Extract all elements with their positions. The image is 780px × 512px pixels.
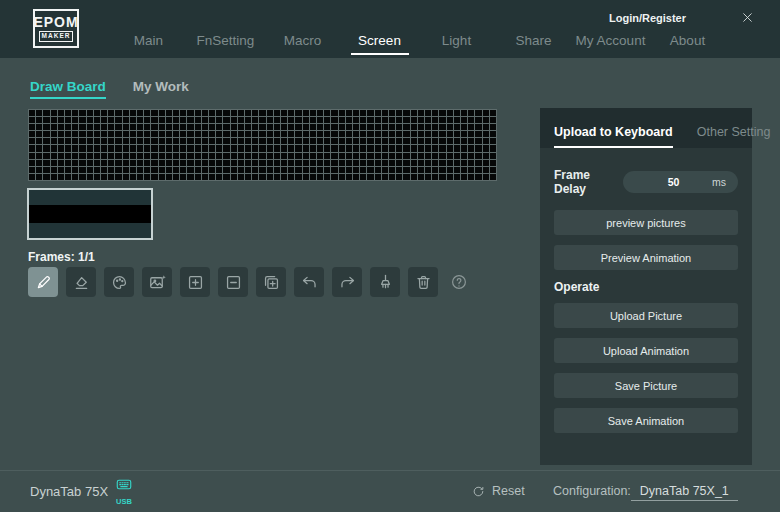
pixel-cell[interactable] [447,138,453,144]
pixel-cell[interactable] [252,174,258,180]
pixel-cell[interactable] [310,110,316,116]
pixel-cell[interactable] [281,160,287,166]
usb-connection-indicator[interactable]: USB [110,476,138,506]
pixel-cell[interactable] [310,131,316,137]
pixel-cell[interactable] [454,167,460,173]
pixel-cell[interactable] [396,110,402,116]
pixel-cell[interactable] [151,131,157,137]
pixel-cell[interactable] [382,153,388,159]
pixel-cell[interactable] [425,124,431,130]
pixel-cell[interactable] [418,174,424,180]
pixel-cell[interactable] [403,167,409,173]
pixel-cell[interactable] [123,145,129,151]
pixel-cell[interactable] [195,160,201,166]
pixel-cell[interactable] [252,145,258,151]
pixel-cell[interactable] [238,110,244,116]
pixel-cell[interactable] [295,174,301,180]
pixel-cell[interactable] [151,117,157,123]
pixel-cell[interactable] [252,117,258,123]
pixel-cell[interactable] [36,124,42,130]
nav-item-my-account[interactable]: My Account [572,33,649,55]
pixel-cell[interactable] [166,153,172,159]
pixel-cell[interactable] [151,167,157,173]
pixel-cell[interactable] [144,153,150,159]
pixel-cell[interactable] [432,153,438,159]
pixel-cell[interactable] [43,153,49,159]
pixel-cell[interactable] [483,124,489,130]
pixel-cell[interactable] [303,138,309,144]
pixel-cell[interactable] [375,153,381,159]
pixel-cell[interactable] [245,131,251,137]
pixel-cell[interactable] [195,167,201,173]
pixel-cell[interactable] [51,124,57,130]
pixel-cell[interactable] [432,167,438,173]
pixel-cell[interactable] [274,174,280,180]
pixel-cell[interactable] [58,153,64,159]
pixel-cell[interactable] [130,145,136,151]
pixel-cell[interactable] [475,167,481,173]
pixel-cell[interactable] [454,138,460,144]
pixel-cell[interactable] [144,138,150,144]
pixel-cell[interactable] [231,110,237,116]
pixel-cell[interactable] [36,174,42,180]
pixel-cell[interactable] [115,138,121,144]
pixel-cell[interactable] [94,138,100,144]
pixel-cell[interactable] [123,138,129,144]
pixel-cell[interactable] [108,174,114,180]
pixel-cell[interactable] [324,110,330,116]
pixel-cell[interactable] [389,167,395,173]
upload-animation-button[interactable]: Upload Animation [554,338,738,363]
pixel-cell[interactable] [29,174,35,180]
pixel-cell[interactable] [252,167,258,173]
pixel-cell[interactable] [195,131,201,137]
pixel-cell[interactable] [483,174,489,180]
pixel-cell[interactable] [36,145,42,151]
pixel-cell[interactable] [137,160,143,166]
pixel-cell[interactable] [303,160,309,166]
pixel-cell[interactable] [403,110,409,116]
pixel-cell[interactable] [223,124,229,130]
pixel-cell[interactable] [454,160,460,166]
pixel-cell[interactable] [58,145,64,151]
pixel-cell[interactable] [447,160,453,166]
pixel-cell[interactable] [425,160,431,166]
pixel-cell[interactable] [238,174,244,180]
pixel-cell[interactable] [43,117,49,123]
pixel-cell[interactable] [281,138,287,144]
pixel-cell[interactable] [101,124,107,130]
pixel-cell[interactable] [425,131,431,137]
pixel-cell[interactable] [411,174,417,180]
pixel-cell[interactable] [454,124,460,130]
pixel-cell[interactable] [223,131,229,137]
pixel-cell[interactable] [389,110,395,116]
pixel-cell[interactable] [317,110,323,116]
pixel-cell[interactable] [209,174,215,180]
pixel-cell[interactable] [101,167,107,173]
pixel-cell[interactable] [94,167,100,173]
pixel-cell[interactable] [159,138,165,144]
nav-item-main[interactable]: Main [110,33,187,55]
pixel-cell[interactable] [180,160,186,166]
pixel-cell[interactable] [51,110,57,116]
pixel-cell[interactable] [389,160,395,166]
pixel-cell[interactable] [231,160,237,166]
pixel-cell[interactable] [144,145,150,151]
pixel-cell[interactable] [346,131,352,137]
pixel-cell[interactable] [123,117,129,123]
pixel-cell[interactable] [101,145,107,151]
upload-picture-button[interactable]: Upload Picture [554,303,738,328]
pixel-cell[interactable] [490,117,496,123]
pixel-cell[interactable] [360,174,366,180]
pixel-cell[interactable] [151,110,157,116]
pixel-cell[interactable] [123,110,129,116]
pixel-cell[interactable] [396,124,402,130]
pixel-cell[interactable] [454,110,460,116]
remove-frame-button[interactable] [218,267,248,297]
pixel-cell[interactable] [216,131,222,137]
pixel-cell[interactable] [281,110,287,116]
pixel-cell[interactable] [173,131,179,137]
pixel-cell[interactable] [151,124,157,130]
pixel-cell[interactable] [137,110,143,116]
pixel-cell[interactable] [310,174,316,180]
pixel-cell[interactable] [43,145,49,151]
